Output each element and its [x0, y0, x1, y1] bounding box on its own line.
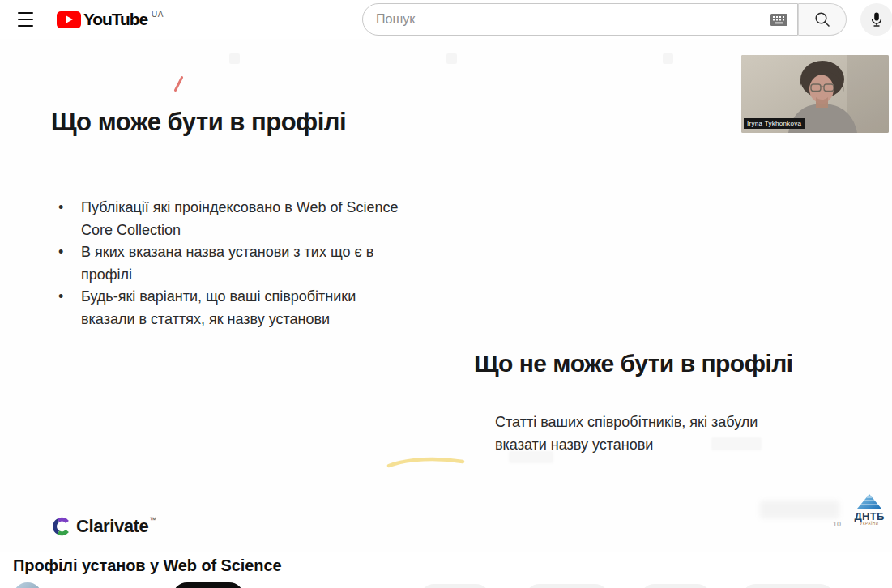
action-button-partial[interactable]	[420, 584, 490, 588]
slide-title-can: Що може бути в профілі	[51, 108, 346, 137]
dntb-pyramid-icon	[857, 494, 881, 509]
dntb-logo-text: ДНТБ	[848, 512, 890, 522]
clarivate-logo-icon	[52, 517, 71, 536]
search-input[interactable]	[376, 12, 768, 27]
slide-smudge	[663, 53, 673, 64]
search-bar	[362, 3, 847, 36]
slide-bullet-item: Публікації які проіндексовано в Web of S…	[56, 197, 465, 241]
speaker-webcam-overlay: Iryna Tykhonkova	[741, 55, 889, 133]
search-field[interactable]	[362, 3, 798, 36]
action-button-partial[interactable]	[640, 584, 711, 588]
youtube-play-icon	[57, 11, 81, 28]
speaker-name-tag: Iryna Tykhonkova	[744, 118, 805, 129]
voice-search-button[interactable]	[860, 3, 892, 36]
youtube-logo-text: YouTube	[83, 10, 147, 29]
subscribe-button-partial[interactable]	[173, 582, 244, 588]
youtube-header: YouTube UA	[0, 0, 892, 39]
slide-watermark	[760, 501, 839, 518]
hamburger-menu-icon[interactable]	[18, 12, 34, 27]
video-player-surface[interactable]: Що може бути в профілі Публікації які пр…	[0, 39, 892, 552]
channel-avatar[interactable]	[13, 582, 42, 588]
clarivate-logo: Clarivate ™	[52, 516, 156, 537]
search-button[interactable]	[798, 3, 847, 36]
slide-smudge	[229, 53, 240, 64]
microphone-icon	[869, 11, 885, 28]
slide-page-number: 10	[833, 520, 841, 528]
clarivate-trademark: ™	[149, 516, 156, 524]
dntb-logo: ДНТБ УКРАЇНИ	[848, 494, 890, 526]
slide-title-cannot: Що не може бути в профілі	[474, 350, 793, 377]
search-magnifier-icon	[813, 11, 831, 28]
action-button-partial[interactable]	[741, 584, 834, 588]
clarivate-logo-text: Clarivate	[76, 516, 148, 537]
slide-note-text: Статті ваших співробітників, які забули …	[495, 411, 758, 456]
slide-bullet-item: Будь-які варіанти, що ваші співробітники…	[56, 286, 465, 330]
yellow-highlighter-annotation	[386, 454, 466, 472]
slide-bullet-item: В яких вказана назва установи з тих що є…	[56, 241, 465, 286]
keyboard-icon[interactable]	[768, 11, 789, 28]
action-button-partial[interactable]	[525, 584, 609, 588]
youtube-logo[interactable]: YouTube UA	[57, 10, 164, 29]
slide-bullet-list: Публікації які проіндексовано в Web of S…	[56, 197, 465, 330]
red-pen-annotation	[173, 75, 183, 92]
slide-smudge	[446, 53, 457, 64]
country-code-badge: UA	[152, 10, 164, 19]
video-title: Профілі установ у Web of Science	[13, 556, 281, 575]
